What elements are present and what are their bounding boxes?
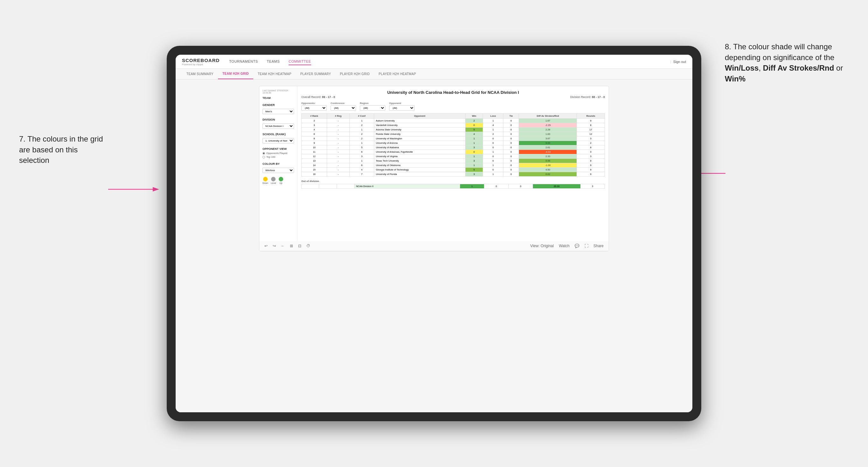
cell-loss: 1 [483, 128, 503, 132]
cell-od-loss: 0 [484, 184, 508, 189]
col-loss: Loss [483, 114, 503, 119]
cell-win: 3 [465, 145, 483, 150]
cell-diff: 6.62 [519, 172, 577, 177]
nav-item-committee[interactable]: COMMITTEE [288, 58, 311, 65]
sub-nav-team-h2h-heatmap[interactable]: TEAM H2H HEATMAP [253, 69, 296, 79]
sub-nav-player-h2h-grid[interactable]: PLAYER H2H GRID [335, 69, 374, 79]
cell-loss: 1 [483, 150, 503, 154]
out-of-division: Out of division NCAA Division II 1 0 0 2… [301, 180, 605, 189]
opponent-select[interactable]: (All) [389, 105, 414, 111]
redo-btn[interactable]: ↪ [271, 243, 277, 249]
back-btn[interactable]: ← [280, 243, 286, 249]
cell-diff: 4.50 [519, 168, 577, 172]
view-original-btn[interactable]: View: Original [529, 243, 555, 249]
data-grid: # Rank # Reg # Conf Opponent Win Loss Ti… [301, 113, 605, 177]
cell-rounds: 2 [577, 141, 605, 145]
sub-nav-team-summary[interactable]: TEAM SUMMARY [182, 69, 218, 79]
data-area: University of North Carolina Head-to-Hea… [298, 86, 609, 241]
cell-rounds: 8 [577, 145, 605, 150]
tableau-body: Last Updated: 27/03/2024 16:55:38 Team G… [259, 86, 609, 241]
legend-dot-up [279, 177, 283, 181]
annotation-right: 8. The colour shade will change dependin… [725, 41, 859, 84]
legend-dot-down [263, 177, 268, 181]
watch-btn[interactable]: Watch [557, 243, 571, 249]
sub-nav-team-h2h-grid[interactable]: TEAM H2H GRID [218, 69, 253, 79]
out-of-division-table: NCAA Division II 1 0 0 26.00 3 [301, 184, 605, 189]
colour-by-select[interactable]: Win/loss [262, 168, 294, 173]
radio-dot-unselected [262, 156, 265, 158]
nav-item-tournaments[interactable]: TOURNAMENTS [229, 58, 258, 65]
cell-opponent: University of Arkansas, Fayetteville [374, 150, 465, 154]
sub-nav-player-summary[interactable]: PLAYER SUMMARY [296, 69, 336, 79]
logo-sub: Powered by clippd [182, 63, 220, 66]
sidebar-school-label: School (Rank) [262, 133, 294, 136]
cell-od-rounds: 3 [580, 184, 604, 189]
cell-rank: 12 [302, 154, 327, 159]
region-select[interactable]: (All) [360, 105, 385, 111]
cell-diff: 2.28 [519, 128, 577, 132]
cell-tie: 0 [503, 168, 519, 172]
tools-btn[interactable]: ⊞ [288, 243, 294, 249]
opponents-select[interactable]: (All) [301, 105, 327, 111]
cell-tie: 0 [503, 123, 519, 128]
radio-label-opponents: Opponents Played [266, 152, 287, 155]
table-row: 13 - 1 Texas Tech University 3 0 0 5.56 … [302, 159, 605, 163]
radio-group: Opponents Played Top 100 [262, 152, 294, 158]
col-tie: Tie [503, 114, 519, 119]
table-row: 15 - 4 Georgia Institute of Technology 5… [302, 168, 605, 172]
division-select[interactable]: NCAA Division I [262, 123, 294, 129]
gender-select[interactable]: Men's [262, 109, 294, 114]
cell-rounds: 17 [577, 128, 605, 132]
radio-label-top100: Top 100 [266, 156, 275, 158]
annotation-right-text-before: The colour shade will change depending o… [725, 42, 834, 62]
cell-opponent: University of Washington [374, 136, 465, 141]
radio-top100[interactable]: Top 100 [262, 156, 294, 158]
col-diff: Diff Av Strokes/Rnd [519, 114, 577, 119]
sub-nav: TEAM SUMMARY TEAM H2H GRID TEAM H2H HEAT… [176, 69, 692, 80]
legend-dot-level [271, 177, 276, 181]
cell-opponent: University of Florida [374, 172, 465, 177]
nav-item-teams[interactable]: TEAMS [267, 58, 280, 65]
time-btn[interactable]: ⏱ [305, 243, 311, 249]
cell-tie: 0 [503, 132, 519, 136]
annotation-bold-diff: Diff Av Strokes/Rnd [763, 64, 834, 72]
tableau-toolbar-bottom: ↩ ↪ ← ⊞ ⊡ ⏱ View: Original Watch 💬 ⛶ Sha… [259, 241, 609, 251]
cell-win: 1 [465, 141, 483, 145]
cell-rounds: 3 [577, 136, 605, 141]
cell-diff: 2.33 [519, 154, 577, 159]
sub-nav-player-h2h-heatmap[interactable]: PLAYER H2H HEATMAP [374, 69, 420, 79]
col-conf: # Conf [349, 114, 374, 119]
undo-btn[interactable]: ↩ [263, 243, 269, 249]
cell-conf: 2 [349, 132, 374, 136]
comment-btn[interactable]: 💬 [574, 243, 581, 249]
annotation-left: 7. The colours in the grid are based on … [19, 134, 108, 166]
fullscreen-btn[interactable]: ⛶ [583, 243, 590, 249]
cell-rank: 16 [302, 172, 327, 177]
share-btn[interactable]: Share [592, 243, 605, 249]
cell-od-rank [302, 184, 319, 189]
radio-dot-selected [262, 152, 265, 155]
col-rank: # Rank [302, 114, 327, 119]
overall-record: Overall Record: 89 - 17 - 0 [301, 95, 335, 99]
cell-tie: 0 [503, 172, 519, 177]
cell-reg: - [327, 154, 350, 159]
annotation-right-number: 8. [725, 42, 731, 51]
table-row: 16 - 7 University of Florida 3 1 0 6.62 … [302, 172, 605, 177]
opponent-label: Opponent [389, 102, 414, 105]
radio-opponents-played[interactable]: Opponents Played [262, 152, 294, 155]
filter-opponents: Opponents: (All) [301, 102, 327, 111]
cell-diff: 1.83 [519, 132, 577, 136]
legend-label-level: Level [271, 182, 276, 184]
sign-out-link[interactable]: Sign out [673, 60, 686, 64]
conference-select[interactable]: (All) [331, 105, 356, 111]
table-row: 10 - 5 University of Alabama 3 0 0 2.61 … [302, 145, 605, 150]
cell-opponent: Auburn University [374, 119, 465, 123]
cell-win: 1 [465, 163, 483, 168]
table-row: 4 - 1 Arizona State University 5 1 0 2.2… [302, 128, 605, 132]
select-btn[interactable]: ⊡ [297, 243, 303, 249]
school-select[interactable]: 1. University of Nort... [262, 138, 294, 144]
table-row: 8 - 2 University of Washington 1 0 0 3.6… [302, 136, 605, 141]
cell-diff: 9.00 [519, 141, 577, 145]
cell-opponent: Georgia Institute of Technology [374, 168, 465, 172]
cell-conf: 6 [349, 163, 374, 168]
